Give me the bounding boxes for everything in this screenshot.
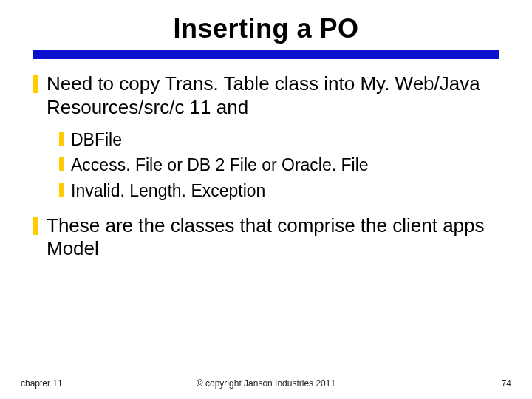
bullet-level2: Access. File or DB 2 File or Oracle. Fil… xyxy=(59,154,499,175)
bullet-icon xyxy=(59,132,64,146)
title-underline xyxy=(33,50,499,59)
bullet-text: These are the classes that comprise the … xyxy=(47,214,499,261)
footer-center: © copyright Janson Industries 2011 xyxy=(0,378,532,389)
bullet-icon xyxy=(33,75,38,93)
slide-title: Inserting a PO xyxy=(33,13,499,44)
bullet-icon xyxy=(59,183,64,197)
bullet-text: DBFile xyxy=(71,129,499,150)
slide-body: Need to copy Trans. Table class into My.… xyxy=(33,72,499,261)
footer-right: 74 xyxy=(502,378,511,389)
bullet-text: Invalid. Length. Exception xyxy=(71,180,499,201)
bullet-level1: Need to copy Trans. Table class into My.… xyxy=(33,72,499,119)
sublist: DBFile Access. File or DB 2 File or Orac… xyxy=(59,129,499,200)
bullet-icon xyxy=(33,217,38,235)
bullet-text: Need to copy Trans. Table class into My.… xyxy=(47,72,499,119)
slide: Inserting a PO Need to copy Trans. Table… xyxy=(0,0,532,399)
bullet-level2: Invalid. Length. Exception xyxy=(59,180,499,201)
bullet-icon xyxy=(59,157,64,171)
bullet-text: Access. File or DB 2 File or Oracle. Fil… xyxy=(71,154,499,175)
bullet-level2: DBFile xyxy=(59,129,499,150)
bullet-level1: These are the classes that comprise the … xyxy=(33,214,499,261)
